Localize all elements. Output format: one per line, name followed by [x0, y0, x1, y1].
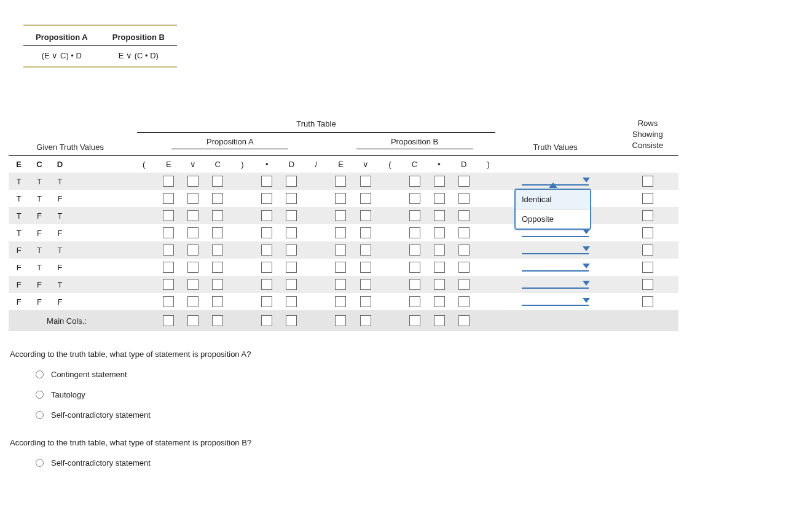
truth-checkbox[interactable] [163, 193, 174, 204]
truth-checkbox[interactable] [261, 244, 272, 256]
truth-checkbox[interactable] [335, 279, 346, 290]
truth-values-dropdown[interactable] [514, 259, 596, 276]
truth-checkbox[interactable] [335, 176, 346, 187]
truth-checkbox[interactable] [261, 262, 272, 273]
main-col-checkbox[interactable] [286, 315, 297, 326]
truth-checkbox[interactable] [434, 210, 445, 221]
truth-checkbox[interactable] [458, 262, 470, 273]
truth-checkbox[interactable] [212, 244, 223, 256]
truth-checkbox[interactable] [261, 279, 272, 290]
answer-option[interactable]: Self-contradictory statement [36, 458, 785, 467]
truth-checkbox[interactable] [286, 262, 297, 273]
truth-checkbox[interactable] [434, 244, 445, 256]
truth-checkbox[interactable] [286, 193, 297, 204]
truth-checkbox[interactable] [212, 193, 223, 204]
truth-checkbox[interactable] [409, 244, 420, 256]
truth-checkbox[interactable] [163, 296, 174, 307]
truth-checkbox[interactable] [212, 296, 223, 307]
answer-option[interactable]: Self-contradictory statement [36, 410, 785, 420]
truth-checkbox[interactable] [360, 193, 371, 204]
consistency-checkbox[interactable] [642, 279, 653, 290]
truth-checkbox[interactable] [434, 176, 445, 187]
main-col-checkbox[interactable] [360, 315, 371, 326]
truth-checkbox[interactable] [360, 176, 371, 187]
truth-checkbox[interactable] [286, 210, 297, 221]
consistency-checkbox[interactable] [642, 176, 653, 187]
truth-checkbox[interactable] [261, 193, 272, 204]
truth-checkbox[interactable] [360, 244, 371, 256]
truth-checkbox[interactable] [335, 262, 346, 273]
truth-checkbox[interactable] [212, 262, 223, 273]
truth-checkbox[interactable] [335, 227, 346, 238]
truth-checkbox[interactable] [409, 210, 420, 221]
truth-values-dropdown[interactable] [514, 276, 596, 293]
truth-checkbox[interactable] [335, 193, 346, 204]
dropdown-option[interactable]: Identical [516, 190, 590, 209]
truth-values-dropdown[interactable] [514, 293, 596, 310]
truth-checkbox[interactable] [286, 227, 297, 238]
truth-checkbox[interactable] [187, 193, 198, 204]
dropdown-option[interactable]: Opposite [516, 209, 590, 229]
truth-checkbox[interactable] [187, 227, 198, 238]
truth-checkbox[interactable] [335, 244, 346, 256]
radio-icon[interactable] [36, 370, 44, 378]
answer-option[interactable]: Tautology [36, 390, 785, 399]
radio-icon[interactable] [36, 459, 44, 467]
truth-checkbox[interactable] [212, 176, 223, 187]
truth-values-dropdown[interactable]: IdenticalOpposite [514, 190, 596, 207]
truth-checkbox[interactable] [187, 262, 198, 273]
main-col-checkbox[interactable] [434, 315, 445, 326]
truth-checkbox[interactable] [163, 210, 174, 221]
truth-checkbox[interactable] [286, 296, 297, 307]
truth-checkbox[interactable] [286, 176, 297, 187]
truth-checkbox[interactable] [360, 227, 371, 238]
truth-checkbox[interactable] [163, 176, 174, 187]
main-col-checkbox[interactable] [212, 315, 223, 326]
truth-checkbox[interactable] [360, 296, 371, 307]
truth-checkbox[interactable] [187, 279, 198, 290]
truth-checkbox[interactable] [409, 227, 420, 238]
truth-checkbox[interactable] [212, 227, 223, 238]
truth-checkbox[interactable] [360, 262, 371, 273]
truth-checkbox[interactable] [458, 193, 470, 204]
consistency-checkbox[interactable] [642, 227, 653, 238]
truth-checkbox[interactable] [360, 279, 371, 290]
truth-checkbox[interactable] [458, 176, 470, 187]
truth-checkbox[interactable] [261, 227, 272, 238]
truth-checkbox[interactable] [335, 210, 346, 221]
truth-checkbox[interactable] [409, 279, 420, 290]
truth-table-scroll[interactable]: Given Truth Values Truth Table Truth Val… [9, 117, 785, 331]
consistency-checkbox[interactable] [642, 210, 653, 221]
truth-checkbox[interactable] [458, 244, 470, 256]
consistency-checkbox[interactable] [642, 296, 653, 307]
truth-checkbox[interactable] [434, 296, 445, 307]
truth-checkbox[interactable] [458, 210, 470, 221]
truth-checkbox[interactable] [187, 296, 198, 307]
truth-checkbox[interactable] [434, 193, 445, 204]
truth-checkbox[interactable] [212, 279, 223, 290]
truth-checkbox[interactable] [163, 279, 174, 290]
answer-option[interactable]: Contingent statement [36, 370, 785, 379]
main-col-checkbox[interactable] [409, 315, 420, 326]
main-col-checkbox[interactable] [163, 315, 174, 326]
truth-checkbox[interactable] [409, 262, 420, 273]
truth-checkbox[interactable] [434, 227, 445, 238]
truth-checkbox[interactable] [286, 279, 297, 290]
consistency-checkbox[interactable] [642, 262, 653, 273]
truth-checkbox[interactable] [286, 244, 297, 256]
truth-checkbox[interactable] [261, 176, 272, 187]
truth-checkbox[interactable] [360, 210, 371, 221]
truth-checkbox[interactable] [434, 279, 445, 290]
truth-checkbox[interactable] [163, 227, 174, 238]
truth-checkbox[interactable] [409, 193, 420, 204]
main-col-checkbox[interactable] [458, 315, 470, 326]
truth-checkbox[interactable] [163, 262, 174, 273]
main-col-checkbox[interactable] [187, 315, 198, 326]
truth-checkbox[interactable] [187, 244, 198, 256]
radio-icon[interactable] [36, 391, 44, 399]
truth-checkbox[interactable] [409, 296, 420, 307]
truth-checkbox[interactable] [187, 210, 198, 221]
truth-checkbox[interactable] [261, 296, 272, 307]
truth-checkbox[interactable] [261, 210, 272, 221]
truth-checkbox[interactable] [335, 296, 346, 307]
